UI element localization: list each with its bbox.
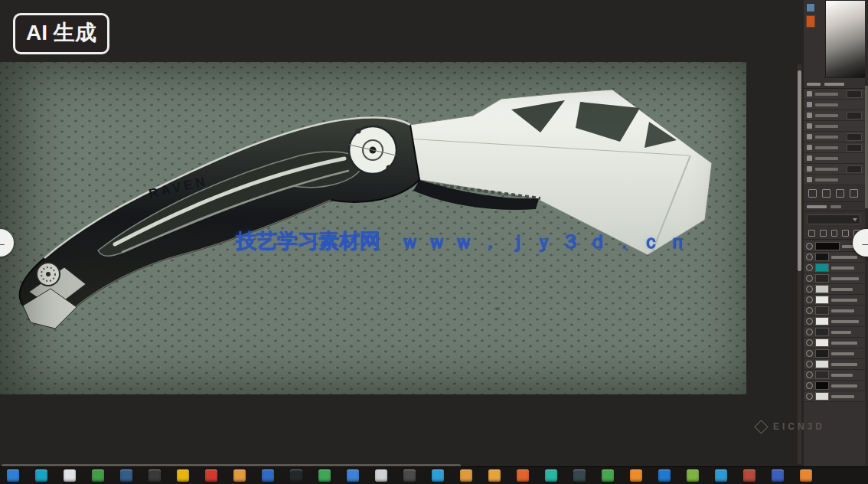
watermark-title: 技艺学习素材网 <box>236 227 380 255</box>
layer-label <box>831 267 854 270</box>
app-blue-3-icon[interactable] <box>658 469 671 482</box>
layer-row[interactable] <box>804 295 865 306</box>
layer-row[interactable] <box>804 370 865 381</box>
panel-tool-icon[interactable] <box>806 3 815 12</box>
app-blue-2-icon[interactable] <box>347 469 359 482</box>
photoshop-blue-icon[interactable] <box>432 469 444 482</box>
layer-thumbnail <box>815 274 829 283</box>
panel-row[interactable] <box>804 132 865 142</box>
app-blue-icon[interactable] <box>262 469 274 482</box>
blend-mode-select[interactable] <box>807 214 860 224</box>
layer-thumbnail <box>815 317 829 325</box>
eye-icon[interactable] <box>806 243 813 250</box>
app-light-icon[interactable] <box>64 469 76 482</box>
app-orange-2-icon[interactable] <box>630 469 642 482</box>
app-dark-icon[interactable] <box>148 469 161 482</box>
eye-icon[interactable] <box>806 371 813 378</box>
layer-row[interactable] <box>804 273 865 284</box>
eye-icon[interactable] <box>806 264 813 271</box>
panel-row-label <box>815 168 838 171</box>
app-dark-2-icon[interactable] <box>403 469 416 482</box>
panel-row[interactable] <box>804 164 865 175</box>
eye-icon[interactable] <box>806 350 813 357</box>
folder-orange-3-icon[interactable] <box>488 469 501 482</box>
layer-row[interactable] <box>804 252 865 263</box>
app-green-icon[interactable] <box>602 469 614 482</box>
plant-green-icon[interactable] <box>92 469 104 482</box>
layer-row[interactable] <box>804 316 865 327</box>
foreground-color-swatch[interactable] <box>806 15 815 28</box>
panel-scrollbar-thumb[interactable] <box>865 86 868 208</box>
app-teal-icon[interactable] <box>35 469 47 482</box>
panel-row-field[interactable] <box>847 133 862 141</box>
panel-row[interactable] <box>804 89 865 100</box>
color-picker-gradient[interactable] <box>825 0 868 78</box>
panel-row[interactable] <box>804 142 865 153</box>
panel-row[interactable] <box>804 110 865 121</box>
layer-row[interactable] <box>804 381 865 391</box>
panel-row-field[interactable] <box>847 165 862 173</box>
app-gray-icon[interactable] <box>375 469 387 482</box>
detail-view-icon[interactable] <box>850 189 858 198</box>
panel-row-label <box>815 146 838 149</box>
layer-label <box>831 256 857 259</box>
app-red-icon[interactable] <box>205 469 217 482</box>
browser-blue-icon[interactable] <box>7 469 19 482</box>
lock-artboard-icon[interactable] <box>842 230 849 237</box>
chrome-green-icon[interactable] <box>318 469 331 482</box>
eye-icon[interactable] <box>806 361 813 368</box>
folder-orange-2-icon[interactable] <box>460 469 472 482</box>
layer-row[interactable] <box>804 391 865 402</box>
vertical-scrollbar-thumb[interactable] <box>798 70 801 271</box>
panel-row-icon <box>807 134 812 139</box>
layer-row[interactable] <box>804 263 865 273</box>
app-slate-icon[interactable] <box>573 469 586 482</box>
panel-row[interactable] <box>804 175 865 185</box>
layer-row[interactable] <box>804 306 865 316</box>
layer-row[interactable] <box>804 348 865 359</box>
app-orange-icon[interactable] <box>517 469 529 482</box>
eye-icon[interactable] <box>806 296 813 303</box>
eye-icon[interactable] <box>806 307 813 314</box>
eye-icon[interactable] <box>806 329 813 335</box>
app-teal-2-icon[interactable] <box>545 469 557 482</box>
lock-position-icon[interactable] <box>831 230 838 237</box>
app-green-2-icon[interactable] <box>687 469 699 482</box>
panel-row-field[interactable] <box>847 144 862 152</box>
app-brown-icon[interactable] <box>743 469 755 482</box>
layer-thumbnail <box>815 349 829 358</box>
layer-row[interactable] <box>804 284 865 295</box>
panel-row[interactable] <box>804 121 865 132</box>
lock-transparent-icon[interactable] <box>808 230 815 237</box>
eye-icon[interactable] <box>806 382 813 389</box>
layer-row[interactable] <box>804 338 865 348</box>
grid-view-icon[interactable] <box>808 189 817 198</box>
split-view-icon[interactable] <box>836 189 844 198</box>
github-dark-icon[interactable] <box>290 469 302 482</box>
canvas-image: RAVEN ᴎ 技艺学习素材网 ｗｗｗ．ｊｙ３ｄ．ｃｎ <box>0 62 746 394</box>
panel-row[interactable] <box>804 100 865 110</box>
layer-label <box>831 331 851 334</box>
vertical-scrollbar[interactable] <box>798 64 801 464</box>
eye-icon[interactable] <box>806 253 813 260</box>
lock-pixels-icon[interactable] <box>820 230 827 237</box>
eye-icon[interactable] <box>806 393 813 400</box>
panel-row-field[interactable] <box>847 90 862 98</box>
eye-icon[interactable] <box>806 339 813 346</box>
app-indigo-icon[interactable] <box>772 469 784 482</box>
app-blue-4-icon[interactable] <box>715 469 727 482</box>
layer-row[interactable] <box>804 359 865 370</box>
list-view-icon[interactable] <box>822 189 830 198</box>
panel-row-field[interactable] <box>847 112 862 119</box>
app-yellow-icon[interactable] <box>177 469 189 482</box>
folder-orange-icon[interactable] <box>233 469 246 482</box>
panel-row[interactable] <box>804 153 865 164</box>
panel-row-label <box>815 136 838 139</box>
eye-icon[interactable] <box>806 318 813 325</box>
app-orange-3-icon[interactable] <box>800 469 812 482</box>
eye-icon[interactable] <box>806 275 813 282</box>
layer-row[interactable] <box>804 327 865 338</box>
layer-label <box>831 352 854 355</box>
steam-blue-icon[interactable] <box>120 469 132 482</box>
eye-icon[interactable] <box>806 286 813 293</box>
